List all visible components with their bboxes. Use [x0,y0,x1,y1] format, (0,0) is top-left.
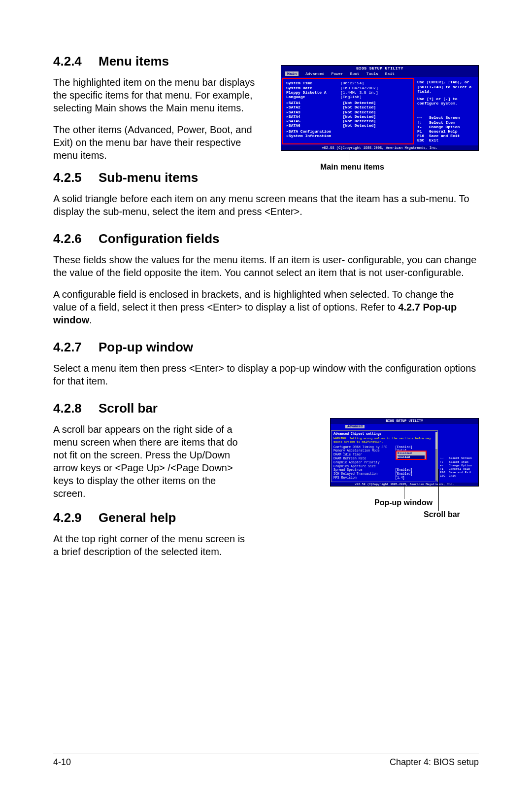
heading-428: 4.2.8Scroll bar [53,401,250,416]
bios-menu-item: Power [332,71,343,76]
bios-menubar: Advanced [331,424,478,430]
para: A solid triangle before each item on any… [53,192,479,218]
heading-425: 4.2.5Sub-menu items [53,171,479,185]
para: The other items (Advanced, Power, Boot, … [53,123,267,162]
page-footer: 4-10 Chapter 4: BIOS setup [53,754,479,767]
bios-screenshot-popup: BIOS SETUP UTILITY Advanced Advanced Chi… [330,418,479,487]
para: The highlighted item on the menu bar dis… [53,76,267,114]
heading-426: 4.2.6Configuration fields [53,232,479,246]
bios-copyright: v02.58 (C)Copyright 1985-2005, American … [331,483,478,486]
chapter-label: Chapter 4: BIOS setup [390,757,479,767]
bios-main-pane: System Time[06:22:54] System Date[Thu 04… [282,78,414,144]
para: A configurable field is enclosed in brac… [53,288,479,326]
bios-menu-item: Exit [385,71,395,76]
bios-title: BIOS SETUP UTILITY [281,66,478,71]
bios-menu-main: Main [285,71,299,76]
heading-429: 4.2.9General help [53,511,250,525]
para: A scroll bar appears on the right side o… [53,423,250,500]
bios-popup: Disabled Enabled [396,451,427,459]
bios-help-pane: Use [ENTER], [TAB], or [SHIFT-TAB] to se… [415,77,478,145]
figure-caption: Main menu items [320,163,384,172]
bios-help-pane: ←→Select Screen ↑↓Select Item +-Change O… [438,430,478,482]
heading-424: 4.2.4Menu items [53,54,267,69]
bios-menu-item: Boot [350,71,360,76]
figure-caption: Scroll bar [424,510,460,519]
bios-menu-item: Advanced [305,71,324,76]
heading-427: 4.2.7Pop-up window [53,340,479,355]
bios-title: BIOS SETUP UTILITY [331,418,478,423]
page-number: 4-10 [53,757,71,767]
para: Select a menu item then press <Enter> to… [53,362,479,387]
bios-menu-item: Tools [366,71,378,76]
bios-advanced-pane: Advanced Chipset settings WARNING: Setti… [331,430,438,482]
para: At the top right corner of the menu scre… [53,532,250,558]
para: These fields show the values for the men… [53,253,479,279]
bios-copyright: v02.58 (C)Copyright 1985-2005, American … [281,145,478,150]
bios-menubar: Main Advanced Power Boot Tools Exit [281,71,478,77]
page: 4.2.4Menu items The highlighted item on … [0,0,532,802]
bios-screenshot-main: BIOS SETUP UTILITY Main Advanced Power B… [281,65,479,151]
bios-scrollbar [435,432,437,480]
